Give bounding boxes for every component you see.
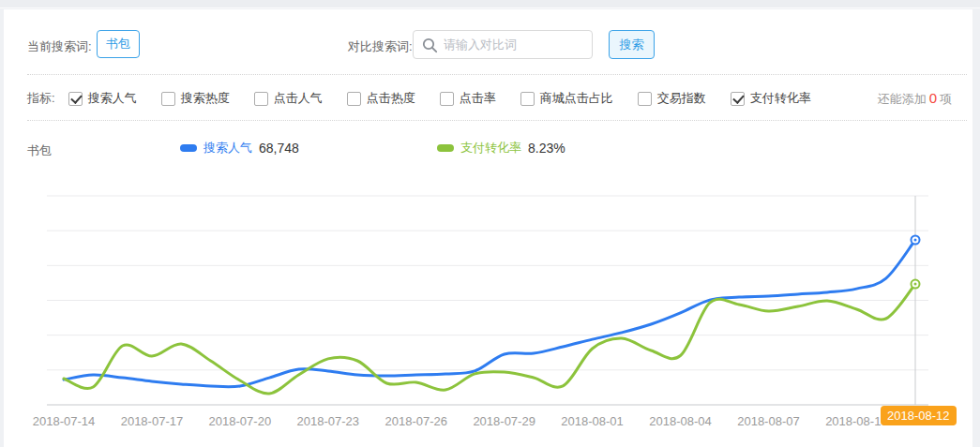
metric-label: 搜索人气 [88,90,137,107]
series-endpoint-core-1 [914,238,917,241]
compare-search-input[interactable] [444,32,589,57]
compare-term-label: 对比搜索词: [348,38,413,55]
checkbox-checked-icon[interactable] [731,92,745,106]
series-endpoint-dot-2 [912,280,920,289]
remaining-prefix: 还能添加 [878,92,927,106]
series-endpoint-dot-1 [912,235,920,244]
remaining-suffix: 项 [940,92,952,106]
metric-label: 点击人气 [274,90,323,107]
legend-series-name: 支付转化率 [460,140,521,156]
current-term-label: 当前搜索词: [27,38,92,55]
checkbox-checked-icon[interactable] [68,92,83,106]
metric-checkbox-item-7[interactable]: 交易指数 [638,90,706,107]
x-axis-tick-label: 2018-08-04 [636,414,726,428]
compare-input-wrap [413,30,593,59]
metric-checkbox-item-5[interactable]: 点击率 [440,90,496,107]
separator [27,120,967,121]
x-axis-tick-label: 2018-08-07 [723,414,813,428]
series-line-1 [64,240,915,387]
checkbox-icon[interactable] [347,92,361,106]
metric-checkbox-item-6[interactable]: 商城点击占比 [520,90,613,107]
trend-chart-area: 2018-07-142018-07-172018-07-202018-07-23… [4,9,972,447]
remaining-count: 0 [927,90,940,106]
checkbox-icon[interactable] [440,92,454,106]
x-axis-tick-label: 2018-07-23 [283,414,373,428]
x-axis-tick-label: 2018-08-10 [811,414,901,428]
search-icon [422,37,438,53]
checkbox-icon[interactable] [638,92,652,106]
checkbox-icon[interactable] [161,92,175,106]
trend-chart [4,9,972,447]
metric-label: 点击率 [460,90,496,107]
search-term-row: 当前搜索词: 书包 对比搜索词: 搜索 [4,30,972,60]
metric-checkbox-item-4[interactable]: 点击热度 [347,90,415,107]
remaining-add-note: 还能添加0项 [878,90,952,108]
checkbox-icon[interactable] [254,92,268,106]
legend-color-pill [180,144,197,152]
x-axis-tick-label: 2018-07-20 [195,414,285,428]
x-axis-tick-label: 2018-07-26 [371,414,461,428]
metric-checkbox-item-1[interactable]: 搜索人气 [68,90,137,107]
checkbox-icon[interactable] [520,92,535,106]
metric-label: 商城点击占比 [540,90,613,107]
legend-item-1[interactable]: 搜索人气68,748 [180,140,299,156]
metric-label: 搜索热度 [181,90,230,107]
x-axis-tick-label: 2018-07-29 [460,414,550,428]
separator [27,74,967,75]
metric-label: 支付转化率 [750,90,811,107]
metric-checkbox-item-8[interactable]: 支付转化率 [731,90,811,107]
series-line-2 [64,284,915,394]
x-axis-tick-label: 2018-07-14 [19,414,109,428]
current-term-button[interactable]: 书包 [97,30,140,58]
search-button[interactable]: 搜索 [609,30,655,59]
legend-series-value: 8.23% [528,141,565,156]
x-axis-tick-label: 2018-07-17 [107,414,197,428]
metrics-label: 指标: [27,90,55,107]
metrics-row: 指标: 搜索人气搜索热度点击人气点击热度点击率商城点击占比交易指数支付转化率 还… [4,88,972,109]
legend-color-pill [437,144,454,152]
x-axis-tick-label: 2018-08-01 [548,414,638,428]
page-top-strip [0,0,980,8]
legend-keyword: 书包 [27,142,52,159]
trend-panel: 当前搜索词: 书包 对比搜索词: 搜索 指标: 搜索人气搜索热度点击人气点击热度… [4,9,972,447]
metric-label: 点击热度 [367,90,415,107]
legend-row: 书包 搜索人气68,748支付转化率8.23% [4,140,972,160]
legend-series-name: 搜索人气 [204,140,252,156]
highlighted-date-badge: 2018-08-12 [881,406,957,425]
legend-item-2[interactable]: 支付转化率8.23% [437,140,565,156]
series-endpoint-core-2 [914,283,917,286]
metric-checkbox-item-3[interactable]: 点击人气 [254,90,323,107]
metric-label: 交易指数 [657,90,706,107]
metric-checkbox-item-2[interactable]: 搜索热度 [161,90,230,107]
legend-series-value: 68,748 [259,141,299,156]
